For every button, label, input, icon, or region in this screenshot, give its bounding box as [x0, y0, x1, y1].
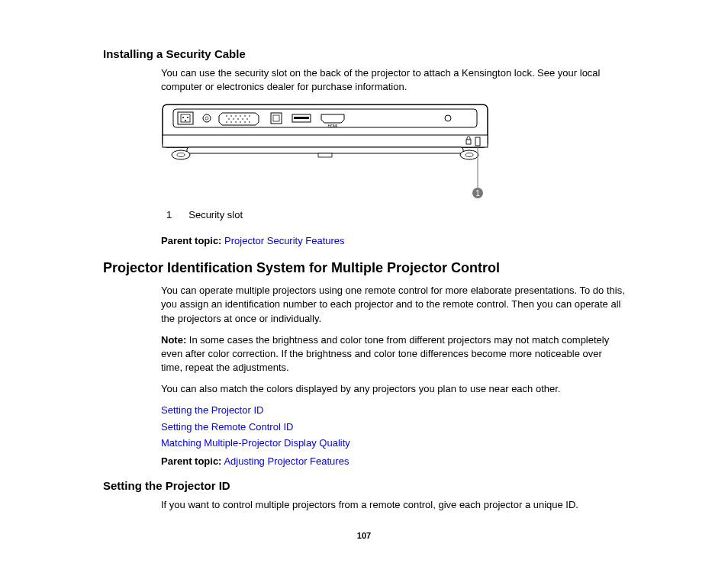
svg-point-6 [185, 120, 186, 121]
svg-point-21 [230, 122, 232, 124]
svg-point-14 [249, 116, 250, 117]
svg-point-13 [244, 116, 246, 117]
note-label: Note: [161, 334, 186, 346]
link-matching-multiple-projector-display-quality[interactable]: Matching Multiple-Projector Display Qual… [161, 436, 625, 450]
section3-paragraph-1: If you want to control multiple projecto… [161, 498, 625, 512]
svg-text:HDMI: HDMI [328, 124, 338, 128]
projector-rear-diagram: HDMI 1 [161, 101, 625, 203]
section2-note: Note: In some cases the brightness and c… [161, 333, 625, 375]
svg-point-38 [460, 150, 478, 159]
legend-number: 1 [166, 208, 188, 222]
svg-point-23 [240, 122, 241, 124]
svg-point-17 [237, 119, 239, 121]
page-number: 107 [0, 530, 728, 542]
svg-rect-26 [271, 113, 282, 124]
svg-point-25 [249, 122, 250, 124]
svg-point-16 [233, 119, 234, 121]
section2-paragraph-3: You can also match the colors displayed … [161, 382, 625, 396]
section2-paragraph-1: You can operate multiple projectors usin… [161, 284, 625, 326]
svg-point-15 [228, 119, 230, 121]
svg-point-5 [187, 117, 188, 118]
svg-rect-32 [163, 135, 488, 147]
legend-text: Security slot [188, 208, 259, 222]
parent-topic-label: Parent topic: [161, 235, 221, 246]
heading-installing-security-cable: Installing a Security Cable [103, 46, 625, 62]
link-adjusting-projector-features[interactable]: Adjusting Projector Features [224, 455, 349, 467]
note-body: In some cases the brightness and color t… [161, 334, 609, 373]
svg-point-19 [246, 119, 248, 121]
svg-point-4 [182, 117, 184, 118]
parent-topic-row: Parent topic: Projector Security Feature… [161, 234, 625, 248]
callout-number: 1 [475, 189, 480, 198]
svg-rect-29 [294, 117, 309, 119]
svg-point-36 [172, 150, 190, 159]
svg-point-24 [244, 122, 246, 124]
link-setting-remote-control-id[interactable]: Setting the Remote Control ID [161, 420, 625, 434]
parent-topic-row-2: Parent topic: Adjusting Projector Featur… [161, 455, 625, 468]
link-projector-security-features[interactable]: Projector Security Features [224, 235, 345, 246]
svg-point-7 [203, 114, 211, 122]
svg-rect-40 [318, 153, 332, 157]
svg-point-12 [240, 116, 241, 117]
svg-point-31 [445, 115, 451, 121]
parent-topic-label-2: Parent topic: [161, 455, 221, 467]
heading-setting-projector-id: Setting the Projector ID [103, 478, 625, 494]
intro-paragraph: You can use the security slot on the bac… [161, 66, 625, 94]
svg-rect-2 [178, 112, 193, 124]
related-links-list: Setting the Projector ID Setting the Rem… [161, 404, 625, 450]
diagram-legend: 1 Security slot [166, 208, 259, 222]
svg-point-20 [226, 122, 227, 124]
svg-point-10 [230, 116, 232, 117]
svg-point-9 [226, 116, 227, 117]
svg-rect-34 [475, 137, 480, 146]
heading-projector-identification-system: Projector Identification System for Mult… [103, 259, 625, 278]
svg-rect-35 [187, 147, 463, 153]
svg-point-11 [235, 116, 237, 117]
svg-point-18 [242, 119, 243, 121]
svg-point-22 [235, 122, 237, 124]
link-setting-projector-id[interactable]: Setting the Projector ID [161, 404, 625, 417]
